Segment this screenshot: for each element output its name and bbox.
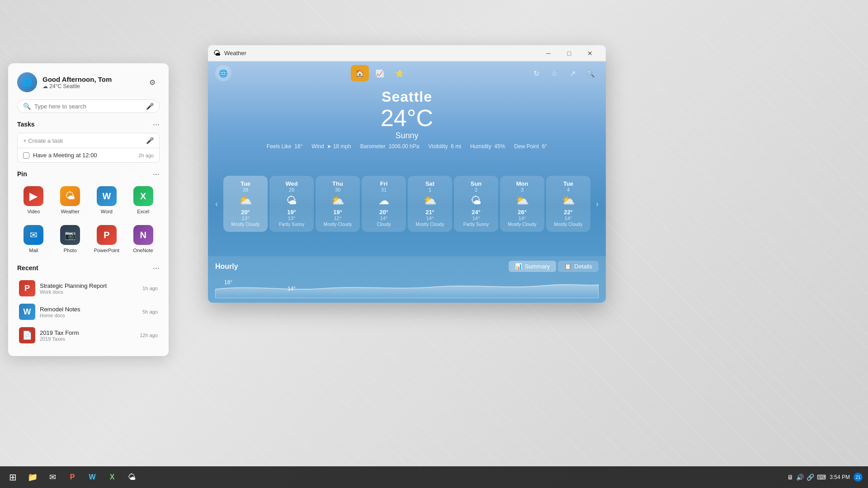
notification-badge[interactable]: 21	[854, 473, 863, 482]
taskbar-word[interactable]: W	[83, 468, 101, 486]
photo-icon: 📷	[60, 225, 80, 245]
pin-label-powerpoint: PowerPoint	[94, 248, 119, 253]
forecast-container: ‹ Tue 28 ⛅ 20° 13° Mostly Cloudy Wed 2	[208, 151, 606, 256]
search-bar: 🔍 🎤	[17, 99, 160, 113]
forecast-day-5[interactable]: Sun 2 🌤 24° 14° Partly Sunny	[454, 176, 498, 232]
forecast-lo-7: 14°	[549, 216, 588, 221]
search-weather-button[interactable]: 🔍	[582, 65, 599, 81]
forecast-icon-6: ⛅	[503, 194, 542, 207]
recent-item-1[interactable]: W Remodel Notes Home docs 5h ago	[17, 300, 160, 324]
forecast-desc-2: Mostly Cloudy	[318, 222, 357, 227]
recent-name-1: Remodel Notes	[40, 306, 138, 313]
weather-toolbar-right: ↻ ☆ ↗ 🔍	[528, 65, 599, 81]
forecast-day-6[interactable]: Mon 3 ⛅ 26° 14° Mostly Cloudy	[500, 176, 544, 232]
forecast-day-7[interactable]: Tue 4 ⛅ 22° 14° Mostly Cloudy	[546, 176, 590, 232]
user-header: 🌐 Good Afternoon, Tom ☁ 24°C Seattle ⚙	[17, 72, 160, 92]
pin-label-mail: Mail	[29, 248, 38, 253]
recent-item-2[interactable]: 📄 2019 Tax Form 2019 Taxes 12h ago	[17, 324, 160, 347]
create-task-button[interactable]: + Create a task 🎤	[17, 133, 160, 148]
tray-monitor-icon[interactable]: 🖥	[787, 474, 793, 481]
forecast-desc-5: Partly Sunny	[457, 222, 495, 227]
tray-network-icon[interactable]: 🔗	[807, 474, 814, 481]
recent-item-0[interactable]: P Strategic Planning Report Work docs 1h…	[17, 277, 160, 300]
weather-window: 🌤 Weather ─ □ ✕ 🌐 🏠 📈 ⭐ ↻ ☆	[208, 45, 606, 303]
summary-tab[interactable]: 📊 Summary	[509, 261, 557, 272]
onenote-icon: N	[133, 225, 153, 245]
refresh-button[interactable]: ↻	[528, 65, 544, 81]
minimize-button[interactable]: ─	[538, 46, 559, 61]
chart-nav-button[interactable]: 📈	[371, 65, 389, 81]
tray-keyboard-icon[interactable]: ⌨	[817, 474, 826, 481]
share-button[interactable]: ↗	[564, 65, 580, 81]
window-titlebar: 🌤 Weather ─ □ ✕	[208, 45, 606, 61]
recent-more-button[interactable]: ···	[153, 264, 160, 272]
taskbar-left: ⊞ 📁 ✉ P W X 🌤	[0, 468, 141, 486]
pin-item-excel[interactable]: X Excel	[127, 183, 160, 218]
start-button[interactable]: ⊞	[4, 468, 22, 486]
hourly-tabs: 📊 Summary 📋 Details	[509, 261, 599, 272]
pin-section: Pin ··· ▶ Video 🌤 Weather W Word X	[17, 170, 160, 257]
taskbar-powerpoint[interactable]: P	[63, 468, 81, 486]
home-nav-button[interactable]: 🏠	[351, 65, 369, 81]
weather-main: Seattle 24°C Sunny Feels Like 18° Wind ➤…	[208, 85, 606, 151]
weather-globe-button[interactable]: 🌐	[215, 65, 231, 81]
forecast-hi-3: 20°	[364, 209, 403, 216]
taskbar-excel[interactable]: X	[103, 468, 121, 486]
recent-section: Recent ··· P Strategic Planning Report W…	[17, 264, 160, 347]
pin-item-video[interactable]: ▶ Video	[17, 183, 50, 218]
tasks-section: Tasks ··· + Create a task 🎤 Have a Meeti…	[17, 120, 160, 163]
forecast-hi-0: 20°	[226, 209, 265, 216]
recent-sub-1: Home docs	[40, 313, 138, 318]
hourly-title: Hourly	[215, 263, 238, 271]
search-input[interactable]	[34, 103, 142, 110]
forecast-lo-5: 14°	[457, 216, 495, 221]
forecast-dow-2: Thu	[318, 180, 357, 187]
forecast-prev-button[interactable]: ‹	[210, 155, 223, 253]
microphone-icon[interactable]: 🎤	[146, 103, 154, 110]
pin-item-word[interactable]: W Word	[90, 183, 123, 218]
pin-item-weather[interactable]: 🌤 Weather	[54, 183, 87, 218]
recent-time-2: 12h ago	[140, 333, 158, 338]
forecast-day-1[interactable]: Wed 29 🌤 19° 13° Partly Sunny	[269, 176, 314, 232]
pin-more-button[interactable]: ···	[153, 170, 160, 178]
forecast-dow-4: Sat	[410, 180, 449, 187]
left-panel: 🌐 Good Afternoon, Tom ☁ 24°C Seattle ⚙ 🔍…	[8, 63, 169, 356]
pin-item-powerpoint[interactable]: P PowerPoint	[90, 221, 123, 257]
forecast-day-2[interactable]: Thu 30 ⛅ 19° 12° Mostly Cloudy	[316, 176, 360, 232]
forecast-date-3: 31	[364, 187, 403, 192]
recent-time-0: 1h ago	[142, 286, 158, 291]
pin-item-mail[interactable]: ✉ Mail	[17, 221, 50, 257]
pin-item-onenote[interactable]: N OneNote	[127, 221, 160, 257]
taskbar-weather[interactable]: 🌤	[123, 468, 141, 486]
taskbar-explorer[interactable]: 📁	[24, 468, 42, 486]
forecast-date-7: 4	[549, 187, 588, 192]
window-title: Weather	[224, 50, 534, 56]
recent-header: Recent ···	[17, 264, 160, 272]
close-button[interactable]: ✕	[580, 46, 600, 61]
task-checkbox[interactable]	[23, 152, 29, 159]
pin-grid: ▶ Video 🌤 Weather W Word X Excel ✉ Ma	[17, 183, 160, 257]
pin-item-photo[interactable]: 📷 Photo	[54, 221, 87, 257]
maximize-button[interactable]: □	[559, 46, 580, 61]
taskbar-clock[interactable]: 3:54 PM	[830, 474, 850, 481]
forecast-day-0[interactable]: Tue 28 ⛅ 20° 13° Mostly Cloudy	[223, 176, 268, 232]
list-icon: 📋	[564, 263, 571, 270]
details-tab[interactable]: 📋 Details	[558, 261, 599, 272]
settings-button[interactable]: ⚙	[145, 75, 160, 89]
forecast-hi-7: 22°	[549, 209, 588, 216]
forecast-lo-2: 12°	[318, 216, 357, 221]
user-weather: ☁ 24°C Seattle	[42, 83, 140, 89]
recent-sub-2: 2019 Taxes	[40, 336, 135, 342]
notification-count: 21	[855, 475, 860, 480]
forecast-day-3[interactable]: Fri 31 ☁ 20° 14° Cloudy	[362, 176, 406, 232]
weather-icon: 🌤	[60, 186, 80, 206]
forecast-next-button[interactable]: ›	[590, 155, 604, 253]
mic-task-icon: 🎤	[146, 137, 154, 144]
tasks-more-button[interactable]: ···	[153, 120, 160, 128]
favorite-button[interactable]: ☆	[546, 65, 562, 81]
taskbar-mail[interactable]: ✉	[43, 468, 61, 486]
tray-volume-icon[interactable]: 🔊	[796, 474, 804, 481]
star-nav-button[interactable]: ⭐	[391, 65, 409, 81]
forecast-icon-0: ⛅	[226, 194, 265, 207]
forecast-day-4[interactable]: Sat 1 ⛅ 21° 14° Mostly Cloudy	[408, 176, 452, 232]
